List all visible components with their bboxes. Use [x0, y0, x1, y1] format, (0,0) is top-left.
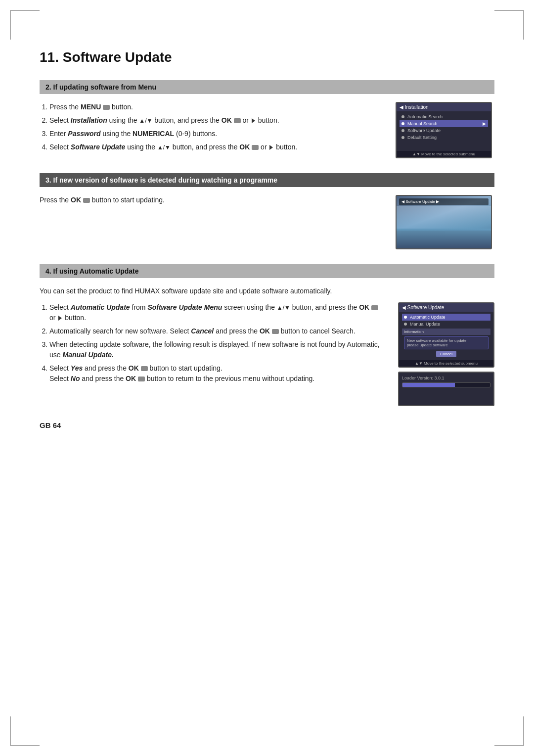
screen-overlay-text: ◀ Software Update ▶: [401, 199, 439, 204]
list-item: Enter Password using the NUMERICAL (0-9)…: [49, 129, 384, 139]
list-item: Automatically search for new software. S…: [49, 326, 386, 336]
screen-menu-item: Software Update: [400, 127, 488, 134]
section-4-screens: ◀ Software Update Automatic Update Manua…: [398, 302, 494, 406]
section-3-header: 3. If new version of software is detecte…: [40, 173, 494, 187]
screen-footer: ▲▼ Move to the selected submenu: [397, 151, 491, 157]
section-2-screen: ◀ Installation Automatic Search Manual S…: [396, 102, 494, 158]
corner-decoration-bl: [10, 716, 40, 746]
screen-sub-section: Information: [402, 329, 490, 335]
screen-footer: ▲▼ Move to the selected submenu: [399, 360, 493, 367]
screen-mockup-1: ◀ Software Update Automatic Update Manua…: [398, 302, 494, 368]
loader-text: Loader Version: 3.0.1: [402, 376, 490, 380]
section-4-header: 4. If using Automatic Update: [40, 264, 494, 278]
section-4-text: Select Automatic Update from Software Up…: [40, 302, 386, 389]
screen-menu-item-selected: Automatic Update: [402, 314, 490, 321]
section-2: 2. If updating software from Menu Press …: [40, 80, 494, 158]
section-3: 3. If new version of software is detecte…: [40, 173, 494, 249]
section-3-text: Press the OK button to start updating.: [40, 195, 384, 209]
screen-menu-item-selected: Manual Search ▶: [400, 120, 488, 127]
section-2-text: Press the MENU button. Select Installati…: [40, 102, 384, 157]
screen-menu-item: Automatic Search: [400, 113, 488, 120]
section-4-intro: You can set the product to find HUMAX so…: [40, 286, 494, 296]
screen-cancel-btn: Cancel: [436, 351, 456, 357]
corner-decoration-br: [494, 716, 524, 746]
list-item: Select Yes and press the OK button to st…: [49, 363, 386, 384]
screen-menu-item: Manual Update: [402, 321, 490, 328]
screen-info-box: New software available for updateplease …: [404, 336, 489, 349]
screen-header: ◀ Software Update: [399, 303, 493, 312]
corner-decoration-tl: [10, 10, 40, 40]
section-2-header: 2. If updating software from Menu: [40, 80, 494, 94]
section-3-screen: ◀ Software Update ▶: [396, 195, 494, 249]
screen-mockup-2: Loader Version: 3.0.1: [398, 372, 494, 406]
progress-bar: [402, 382, 490, 387]
screen-header: ◀ Installation: [397, 103, 491, 111]
list-item: Select Automatic Update from Software Up…: [49, 302, 386, 323]
list-item: Press the MENU button.: [49, 102, 384, 112]
section-4: 4. If using Automatic Update You can set…: [40, 264, 494, 406]
corner-decoration-tr: [494, 10, 524, 40]
list-item: When detecting update software, the foll…: [49, 339, 386, 360]
list-item: Select Software Update using the ▲/▼ but…: [49, 142, 384, 152]
screen-menu-item: Default Setting: [400, 134, 488, 141]
list-item: Select Installation using the ▲/▼ button…: [49, 115, 384, 126]
page-footer: GB 64: [40, 421, 494, 429]
page-title: 11. Software Update: [40, 49, 494, 65]
